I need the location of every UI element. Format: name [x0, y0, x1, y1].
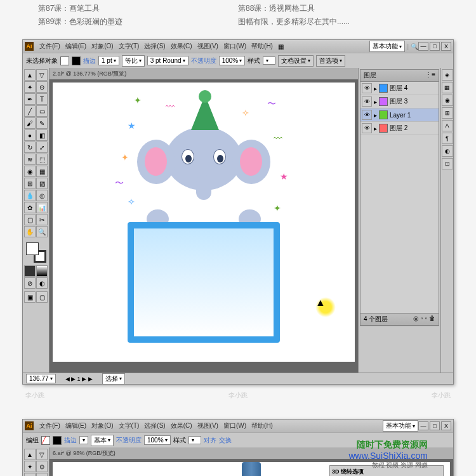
panel-icon[interactable]: ◈: [442, 69, 453, 81]
blend-tool[interactable]: ◎: [36, 190, 48, 201]
panel-icon[interactable]: A: [442, 120, 453, 131]
panel-icon[interactable]: ◐: [442, 145, 453, 157]
rect-tool[interactable]: ▭: [36, 105, 48, 117]
bridge-icon[interactable]: ▦: [278, 43, 284, 50]
visibility-icon[interactable]: 👁: [362, 83, 372, 93]
document-tab[interactable]: 6.ai* @ 98% (RGB/预览): [53, 449, 116, 458]
stroke-weight[interactable]: [79, 436, 88, 444]
pencil-tool[interactable]: ✎: [36, 117, 48, 129]
mesh-tool[interactable]: ⊞: [24, 178, 36, 189]
visibility-icon[interactable]: 👁: [362, 123, 372, 133]
close-icon[interactable]: X: [441, 421, 451, 430]
menu-effect[interactable]: 效果(C): [171, 421, 192, 430]
selection-tool[interactable]: ▲: [24, 449, 36, 460]
menu-object[interactable]: 对象(O): [91, 421, 113, 430]
expand-icon[interactable]: ▸: [374, 85, 377, 92]
line-tool[interactable]: ╱: [24, 105, 36, 117]
lasso-tool[interactable]: ⊙: [36, 461, 48, 472]
close-icon[interactable]: X: [441, 42, 451, 51]
eyedropper-tool[interactable]: 💧: [24, 190, 36, 201]
panel-menu-icon[interactable]: ⋮≡: [425, 71, 435, 80]
menu-help[interactable]: 帮助(H): [251, 42, 273, 51]
expand-icon[interactable]: ▸: [374, 125, 377, 132]
width-tool[interactable]: ≋: [24, 154, 36, 165]
expand-icon[interactable]: ▸: [374, 98, 377, 105]
minimize-icon[interactable]: —: [418, 42, 428, 51]
style-box[interactable]: [188, 436, 201, 444]
minimize-icon[interactable]: —: [418, 421, 428, 430]
menu-view[interactable]: 视图(V): [197, 42, 218, 51]
visibility-icon[interactable]: 👁: [362, 110, 372, 120]
menu-object[interactable]: 对象(O): [91, 42, 113, 51]
new-sublayer-icon[interactable]: ▫: [421, 315, 423, 324]
panel-icon[interactable]: ⊡: [442, 158, 453, 169]
menu-type[interactable]: 文字(T): [119, 421, 140, 430]
maximize-icon[interactable]: □: [430, 421, 440, 430]
search-icon[interactable]: 🔍: [411, 43, 418, 50]
doc-setup[interactable]: 文档设置: [278, 55, 314, 67]
artboard-nav[interactable]: ◀ ▶ 1 ▶ ▶: [65, 376, 93, 382]
workspace-selector[interactable]: 基本功能: [369, 41, 405, 52]
blob-tool[interactable]: ●: [24, 129, 36, 141]
panel-icon[interactable]: ⊞: [442, 107, 453, 119]
fill-swatch[interactable]: [26, 242, 39, 255]
stroke-color[interactable]: [53, 436, 62, 445]
workspace-selector[interactable]: 基本功能: [383, 420, 418, 432]
gradient-mode[interactable]: [36, 265, 48, 277]
opacity-value[interactable]: 100%: [144, 435, 171, 445]
menu-select[interactable]: 选择(S): [144, 42, 165, 51]
menu-file[interactable]: 文件(F): [39, 42, 60, 51]
type-tool[interactable]: T: [36, 93, 48, 105]
zoom-level[interactable]: 136.77: [26, 374, 56, 383]
delete-icon[interactable]: 🗑: [429, 315, 435, 324]
zoom-tool[interactable]: 🔍: [36, 226, 48, 237]
artboard-tool[interactable]: ▢: [24, 214, 36, 225]
brush-select[interactable]: 3 pt Round: [147, 56, 188, 65]
menu-file[interactable]: 文件(F): [39, 421, 60, 430]
menu-type[interactable]: 文字(T): [119, 42, 140, 51]
rotate-tool[interactable]: ↻: [24, 142, 36, 153]
panel-icon[interactable]: ▦: [442, 82, 453, 93]
transform-link[interactable]: 交换: [219, 436, 232, 445]
menu-edit[interactable]: 编辑(E): [65, 42, 86, 51]
lasso-tool[interactable]: ⊙: [36, 81, 48, 93]
brush-tool[interactable]: 🖌: [24, 117, 36, 129]
style-box[interactable]: [263, 56, 275, 65]
symbol-tool[interactable]: ✿: [24, 202, 36, 213]
fill-color[interactable]: [60, 56, 69, 65]
stroke-weight[interactable]: 1 pt: [98, 56, 119, 65]
direct-select-tool[interactable]: ▽: [36, 449, 48, 460]
menu-view[interactable]: 视图(V): [197, 421, 218, 430]
gradient-tool[interactable]: ▨: [36, 178, 48, 189]
locate-icon[interactable]: ◎: [413, 315, 419, 324]
draw-mode[interactable]: ◐: [36, 277, 48, 289]
layer-row[interactable]: 👁 ▸ 图层 3: [360, 95, 439, 109]
selection-tool[interactable]: ▲: [24, 69, 36, 81]
none-mode[interactable]: ⊘: [24, 277, 36, 289]
menu-help[interactable]: 帮助(H): [251, 421, 273, 430]
free-transform-tool[interactable]: ⬚: [36, 154, 48, 165]
pen-tool[interactable]: ✒: [24, 93, 36, 105]
layer-row[interactable]: 👁 ▸ 图层 4: [360, 82, 439, 95]
screen-mode-2[interactable]: ▢: [36, 291, 48, 303]
canvas[interactable]: ✦ 〰 ★ ✧ 〜 ★ 〰 ✦ 〜 ★ ✧ ✦: [53, 83, 355, 362]
maximize-icon[interactable]: □: [430, 42, 440, 51]
panel-icon[interactable]: ◉: [442, 95, 453, 106]
stroke-color[interactable]: [72, 56, 81, 65]
profile-select[interactable]: 等比: [122, 55, 145, 67]
align-link[interactable]: 对齐: [204, 436, 216, 445]
visibility-icon[interactable]: 👁: [362, 96, 372, 107]
layer-row[interactable]: 👁 ▸ 图层 2: [360, 122, 439, 135]
magic-wand-tool[interactable]: ✦: [24, 461, 36, 472]
brush-select[interactable]: 基本: [91, 435, 114, 446]
color-mode[interactable]: [24, 265, 36, 277]
menu-effect[interactable]: 效果(C): [171, 42, 192, 51]
document-tab[interactable]: 2.ai* @ 136.77% (RGB/预览): [53, 70, 126, 78]
type-tool[interactable]: T: [36, 473, 48, 476]
expand-icon[interactable]: ▸: [374, 112, 377, 119]
menu-edit[interactable]: 编辑(E): [65, 421, 86, 430]
scale-tool[interactable]: ⤢: [36, 142, 48, 153]
pen-tool[interactable]: ✒: [24, 473, 36, 476]
hand-tool[interactable]: ✋: [24, 226, 36, 237]
opacity-value[interactable]: 100%: [219, 56, 246, 65]
